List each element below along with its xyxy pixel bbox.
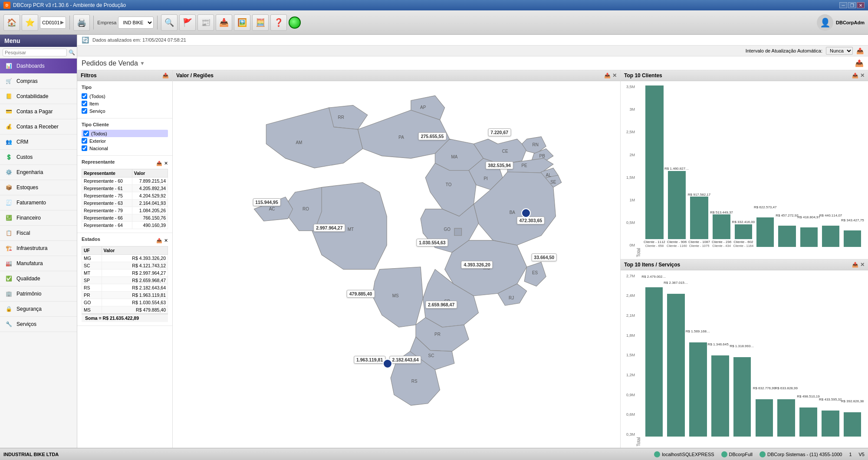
gallery-button[interactable]: 🖼️ — [234, 14, 250, 31]
code-selector[interactable]: CD0101 ▶ — [40, 16, 66, 29]
clientes-close-icon[interactable]: ✕ — [860, 72, 865, 79]
svg-text:PE: PE — [521, 163, 527, 168]
bar-value-label: R$ 498.510,19 — [796, 394, 821, 398]
favorites-button[interactable]: ⭐ — [22, 14, 38, 31]
tipo-cliente-exterior[interactable]: Exterior — [82, 137, 168, 145]
news-button[interactable]: 📰 — [197, 14, 214, 31]
map-label-ap: 275.655,55 — [418, 132, 447, 140]
sidebar-item-custos[interactable]: 💲 Custos — [0, 150, 77, 165]
map-label-ce: 382.535,94 — [485, 161, 513, 169]
bar-value-label: R$ 622.573,47 — [753, 205, 778, 209]
map-label-rs: 2.182.643,64 — [389, 356, 421, 364]
search-input[interactable] — [3, 49, 67, 56]
sidebar-item-contas-pagar[interactable]: 💳 Contas a Pagar — [0, 104, 77, 119]
map-export-icon[interactable]: 📤 — [604, 72, 611, 79]
cliente-bar-group: R$ 917.582,17 Cliente - 1087 Cliente - 1… — [688, 85, 710, 248]
bar-rect — [799, 407, 817, 437]
sidebar-item-manufatura[interactable]: 🏭 Manufatura — [0, 256, 77, 271]
map-close-icon[interactable]: ✕ — [612, 72, 617, 79]
svg-text:PI: PI — [483, 176, 487, 181]
sidebar-item-financeiro[interactable]: 💹 Financeiro — [0, 210, 77, 226]
flag-button[interactable]: 🚩 — [179, 14, 196, 31]
sidebar-item-estoques[interactable]: 📦 Estoques — [0, 180, 77, 195]
svg-text:PA: PA — [398, 135, 404, 140]
sidebar-item-engenharia[interactable]: ⚙️ Engenharia — [0, 165, 77, 180]
svg-text:SC: SC — [428, 353, 434, 358]
cliente-bar-group: R$ 418.804,97 — [799, 85, 819, 248]
minimize-button[interactable]: ─ — [839, 2, 847, 8]
rep-table-row: Representante - 614.205.892,34 — [82, 185, 168, 192]
bar-rect — [689, 342, 707, 437]
company-name: INDUSTRIAL BIKE LTDA — [3, 452, 59, 457]
bar-rect — [735, 224, 752, 239]
itens-export-icon[interactable]: 📤 — [852, 262, 858, 268]
sidebar-label-contas-pagar: Contas a Pagar — [16, 108, 53, 115]
top10-itens-panel: Top 10 Itens / Serviços 📤 ✕ 2,7M2,4M2,1M… — [621, 260, 868, 448]
estados-table-row: MSR$ 479.885,40 — [82, 306, 168, 314]
bar-rect — [713, 214, 730, 239]
bar-rect — [690, 197, 708, 239]
search-box: 🔍 — [0, 47, 77, 59]
restore-button[interactable]: ❐ — [848, 2, 856, 8]
sidebar-item-qualidade[interactable]: ✅ Qualidade — [0, 271, 77, 286]
estados-table-row: SCR$ 4.121.743,12 — [82, 262, 168, 269]
svg-text:CE: CE — [502, 149, 508, 154]
fiscal-icon: 📋 — [4, 229, 13, 237]
sidebar-label-contabilidade: Contabilidade — [16, 93, 48, 99]
search-button[interactable]: 🔍 — [161, 14, 178, 31]
itens-close-icon[interactable]: ✕ — [860, 262, 865, 268]
itens-header: Top 10 Itens / Serviços 📤 ✕ — [621, 260, 868, 270]
sidebar-item-dashboards[interactable]: 📊 Dashboards — [0, 59, 77, 74]
sidebar-item-fiscal[interactable]: 📋 Fiscal — [0, 226, 77, 241]
status-circle[interactable] — [289, 16, 301, 29]
est-expand-icon[interactable]: 📤 — [156, 238, 162, 243]
dash-body: Filtros 📤 Tipo (Todos) Item Servi — [77, 70, 868, 448]
est-filter-icon[interactable]: ✕ — [164, 238, 168, 243]
sidebar-item-servicos[interactable]: 🔧 Serviços — [0, 317, 77, 332]
tipo-cliente-nacional[interactable]: Nacional — [82, 145, 168, 152]
brazil-map: RR AM PA AP MA PI CE RN PB PE AL SE — [173, 81, 620, 448]
svg-text:RS: RS — [411, 379, 418, 384]
estados-table: UF Valor MGR$ 4.393.326,20SCR$ 4.121.743… — [82, 246, 168, 314]
sidebar-item-faturamento[interactable]: 🧾 Faturamento — [0, 195, 77, 210]
svg-text:PB: PB — [539, 154, 546, 158]
sidebar-label-custos: Custos — [16, 154, 33, 160]
sidebar-item-crm[interactable]: 👥 CRM — [0, 135, 77, 150]
rep-expand-icon[interactable]: 📤 — [156, 161, 162, 166]
tipo-servico[interactable]: Serviço — [82, 107, 168, 115]
clientes-export-icon[interactable]: 📤 — [852, 72, 858, 79]
itens-chart: 2,7M2,4M2,1M1,8M1,5M1,2M0,9M0,6M0,3M Tot… — [621, 270, 868, 448]
sidebar-item-seguranca[interactable]: 🔒 Segurança — [0, 302, 77, 317]
sidebar-item-contas-receber[interactable]: 💰 Contas a Receber — [0, 119, 77, 135]
home-button[interactable]: 🏠 — [3, 14, 20, 31]
sidebar-item-infraestrutura[interactable]: 🏗️ Infraestrutura — [0, 241, 77, 256]
tipo-item[interactable]: Item — [82, 100, 168, 107]
tipo-cliente-todos[interactable]: (Todos) — [82, 130, 168, 137]
cliente-bar-group: R$ 622.573,47 — [755, 85, 776, 248]
export-icon[interactable]: 📤 — [856, 47, 864, 54]
sidebar-item-contabilidade[interactable]: 📒 Contabilidade — [0, 89, 77, 104]
download-button[interactable]: 📥 — [216, 14, 232, 31]
close-button[interactable]: ✕ — [857, 2, 865, 8]
filters-panel: Filtros 📤 Tipo (Todos) Item Servi — [77, 70, 173, 448]
empresa-select[interactable]: IND BIKE — [118, 16, 154, 29]
rep-filter-icon[interactable]: ✕ — [164, 161, 168, 166]
estoques-icon: 📦 — [4, 183, 13, 192]
interval-label: Intervalo de Atualização Automática: — [746, 48, 822, 53]
custos-icon: 💲 — [4, 153, 13, 161]
bar-rect — [778, 226, 796, 247]
bar-value-label: R$ 418.804,97 — [796, 215, 821, 219]
filters-export-icon[interactable]: 📤 — [162, 72, 169, 79]
sidebar-item-compras[interactable]: 🛒 Compras — [0, 74, 77, 89]
estados-table-row: GOR$ 1.030.554,63 — [82, 299, 168, 306]
dash-export-icon[interactable]: 📤 — [855, 59, 864, 67]
svg-text:RO: RO — [302, 207, 309, 211]
print-button[interactable]: 🖨️ — [73, 14, 90, 31]
help-button[interactable]: ❓ — [270, 14, 287, 31]
calc-button[interactable]: 🧮 — [252, 14, 269, 31]
separator2 — [93, 16, 94, 30]
interval-select[interactable]: Nunca — [826, 47, 853, 55]
tipo-todos[interactable]: (Todos) — [82, 92, 168, 100]
item-bar-group: R$ 2.479.002,46 — [644, 275, 664, 437]
sidebar-item-patrimonio[interactable]: 🏢 Patrimônio — [0, 286, 77, 302]
